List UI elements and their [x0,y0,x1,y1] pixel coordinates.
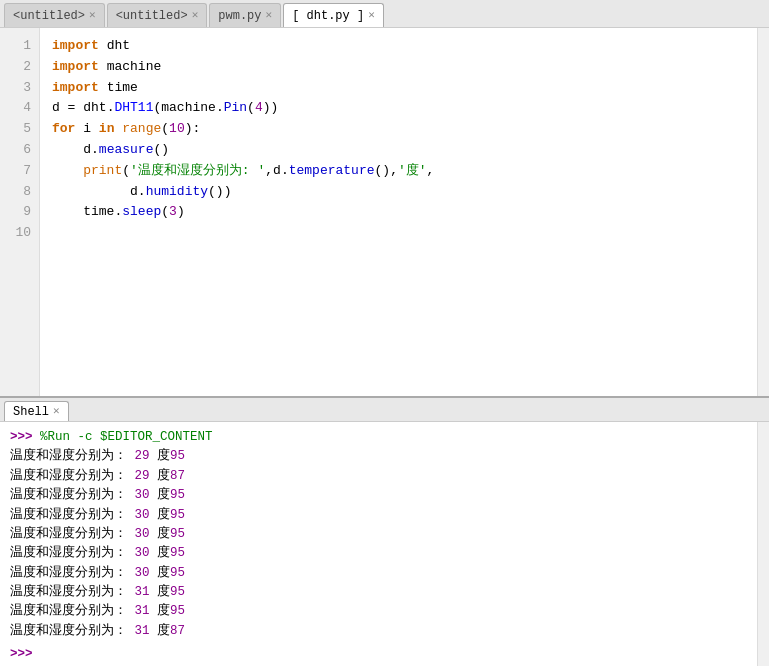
tab-close-icon[interactable]: ✕ [368,10,375,21]
shell-scrollbar[interactable] [757,422,769,666]
output-row-10: 温度和湿度分别为： 31 度 87 [10,622,747,641]
tab-label: pwm.py [218,9,261,23]
tab-bar: <untitled> ✕ <untitled> ✕ pwm.py ✕ [ dht… [0,0,769,28]
output-row-8: 温度和湿度分别为： 31 度 95 [10,583,747,602]
shell-tab-label: Shell [13,405,49,419]
tab-untitled-1[interactable]: <untitled> ✕ [4,3,105,27]
output-row-6: 温度和湿度分别为： 30 度 95 [10,544,747,563]
output-row-7: 温度和湿度分别为： 30 度 95 [10,564,747,583]
tab-close-icon[interactable]: ✕ [192,10,199,21]
shell-prompt-end: >>> [10,645,747,664]
code-editor[interactable]: import dht import machine import time d … [40,28,757,396]
shell-body: >>> %Run -c $EDITOR_CONTENT 温度和湿度分别为： 29… [0,422,769,666]
tab-label: [ dht.py ] [292,9,364,23]
output-row-2: 温度和湿度分别为： 29 度 87 [10,467,747,486]
prompt-symbol: >>> [10,430,40,444]
shell-tab-bar: Shell ✕ [0,398,769,422]
output-row-9: 温度和湿度分别为： 31 度 95 [10,602,747,621]
editor-area: 1 2 3 4 5 6 7 8 9 10 import dht import m… [0,28,769,396]
tab-pwm-py[interactable]: pwm.py ✕ [209,3,281,27]
output-row-1: 温度和湿度分别为： 29 度 95 [10,447,747,466]
shell-command-line: >>> %Run -c $EDITOR_CONTENT [10,428,747,447]
tab-untitled-2[interactable]: <untitled> ✕ [107,3,208,27]
output-row-5: 温度和湿度分别为： 30 度 95 [10,525,747,544]
tab-label: <untitled> [116,9,188,23]
tab-label: <untitled> [13,9,85,23]
tab-dht-py[interactable]: [ dht.py ] ✕ [283,3,384,27]
shell-command: %Run -c $EDITOR_CONTENT [40,430,213,444]
tab-close-icon[interactable]: ✕ [89,10,96,21]
output-row-3: 温度和湿度分别为： 30 度 95 [10,486,747,505]
shell-panel: Shell ✕ >>> %Run -c $EDITOR_CONTENT 温度和湿… [0,396,769,666]
shell-tab[interactable]: Shell ✕ [4,401,69,421]
tab-close-icon[interactable]: ✕ [266,10,273,21]
shell-content[interactable]: >>> %Run -c $EDITOR_CONTENT 温度和湿度分别为： 29… [0,422,757,666]
shell-tab-close-icon[interactable]: ✕ [53,406,60,417]
editor-scrollbar[interactable] [757,28,769,396]
line-numbers: 1 2 3 4 5 6 7 8 9 10 [0,28,40,396]
output-row-4: 温度和湿度分别为： 30 度 95 [10,506,747,525]
